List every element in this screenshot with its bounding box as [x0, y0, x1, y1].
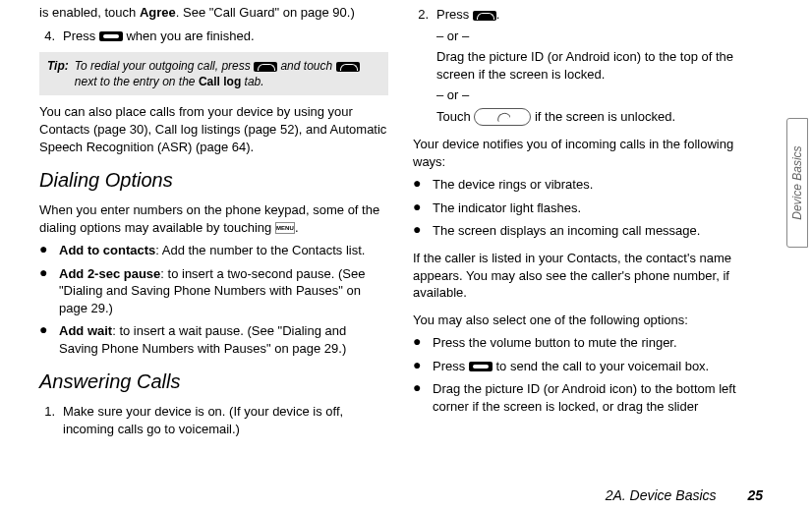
footer: 2A. Device Basics 25 — [606, 486, 763, 505]
bullet-notify-1: ●The device rings or vibrates. — [413, 176, 762, 194]
bullet-icon: ● — [413, 176, 425, 194]
text: Touch — [436, 109, 474, 124]
send-key-icon — [473, 11, 496, 21]
text: if the screen is unlocked. — [531, 109, 675, 124]
bullet-label: Add wait — [59, 323, 112, 338]
send-key-icon — [254, 62, 277, 72]
text: to send the call to your voicemail box. — [493, 359, 709, 373]
text: when you are finished. — [123, 28, 255, 43]
text: next to the entry on the — [75, 75, 199, 88]
bullet-icon: ● — [413, 334, 425, 352]
side-tab-label: Device Basics — [789, 145, 805, 219]
tip-label: Tip: — [47, 58, 69, 89]
bullet-body: Add to contacts: Add the number to the C… — [59, 242, 388, 259]
bullet-body: Press the volume button to mute the ring… — [433, 334, 762, 352]
bullet-icon: ● — [413, 199, 425, 217]
step-number: 4. — [39, 28, 55, 45]
text: tab. — [241, 75, 263, 88]
step-number: 1. — [39, 403, 55, 437]
text: . — [496, 7, 500, 22]
end-call-icon — [469, 362, 493, 371]
side-tab: Device Basics — [786, 118, 808, 248]
answer-call-icon — [474, 108, 531, 126]
bullet-add-pause: ● Add 2-sec pause: to insert a two-secon… — [39, 265, 388, 317]
text: . — [295, 220, 299, 235]
bullet-body: Press to send the call to your voicemail… — [433, 358, 762, 375]
heading-answering-calls: Answering Calls — [39, 369, 388, 395]
bullet-option-2: ●Press to send the call to your voicemai… — [413, 358, 762, 375]
paragraph: Your device notifies you of incoming cal… — [413, 136, 762, 170]
footer-section: 2A. Device Basics — [606, 487, 717, 503]
bullet-notify-2: ●The indicator light flashes. — [413, 199, 762, 217]
or-separator: – or – — [436, 28, 762, 45]
bullet-icon: ● — [39, 242, 51, 259]
text: To redial your outgoing call, press — [75, 59, 254, 73]
text: Press — [63, 28, 99, 43]
step-body: Press . – or – Drag the picture ID (or A… — [436, 6, 762, 130]
step-4: 4. Press when you are finished. — [39, 28, 388, 45]
tip-box: Tip: To redial your outgoing call, press… — [39, 52, 388, 95]
text: and touch — [277, 59, 335, 73]
text: Press — [433, 359, 469, 373]
bullet-icon: ● — [413, 358, 425, 375]
right-column: 2. Press . – or – Drag the picture ID (o… — [413, 0, 762, 444]
paragraph: You may also select one of the following… — [413, 312, 762, 329]
bullet-label: Add to contacts — [59, 243, 155, 257]
heading-dialing-options: Dialing Options — [39, 167, 388, 194]
line: Press . — [436, 6, 762, 24]
menu-icon: MENU — [275, 222, 295, 234]
bullet-icon: ● — [413, 222, 425, 240]
step-body: Press when you are finished. — [63, 28, 388, 45]
agree-label: Agree — [140, 5, 176, 20]
bullet-notify-3: ●The screen displays an incoming call me… — [413, 222, 762, 240]
bullet-body: The device rings or vibrates. — [433, 176, 762, 194]
bullet-label: Add 2-sec pause — [59, 266, 160, 281]
bullet-add-contacts: ● Add to contacts: Add the number to the… — [39, 242, 388, 259]
text: Press — [436, 7, 473, 22]
step-1: 1. Make sure your device is on. (If your… — [39, 403, 388, 437]
paragraph: If the caller is listed in your Contacts… — [413, 250, 762, 302]
bullet-body: The indicator light flashes. — [433, 199, 762, 217]
paragraph: When you enter numbers on the phone keyp… — [39, 201, 388, 236]
page-number: 25 — [747, 487, 763, 503]
paragraph: You can also place calls from your devic… — [39, 103, 388, 155]
call-icon — [336, 62, 360, 72]
bullet-icon: ● — [39, 322, 51, 357]
step-number: 2. — [413, 6, 429, 130]
bullet-icon: ● — [413, 380, 425, 415]
alternative-1: Drag the picture ID (or Android icon) to… — [436, 48, 762, 83]
bullet-icon: ● — [39, 265, 51, 317]
end-call-icon — [99, 31, 123, 41]
call-log-label: Call log — [199, 75, 241, 88]
or-separator: – or – — [436, 86, 762, 104]
bullet-body: The screen displays an incoming call mes… — [433, 222, 762, 240]
text: . See "Call Guard" on page 90.) — [176, 5, 355, 20]
left-column: is enabled, touch Agree. See "Call Guard… — [39, 0, 388, 444]
bullet-option-3: ●Drag the picture ID (or Android icon) t… — [413, 380, 762, 415]
text: is enabled, touch — [39, 5, 140, 20]
bullet-add-wait: ● Add wait: to insert a wait pause. (See… — [39, 322, 388, 357]
step-2: 2. Press . – or – Drag the picture ID (o… — [413, 6, 762, 130]
step-body: Make sure your device is on. (If your de… — [63, 403, 388, 437]
intro-fragment: is enabled, touch Agree. See "Call Guard… — [39, 4, 388, 22]
bullet-body: Add wait: to insert a wait pause. (See "… — [59, 322, 388, 357]
alternative-2: Touch if the screen is unlocked. — [436, 108, 762, 127]
text: When you enter numbers on the phone keyp… — [39, 202, 379, 235]
bullet-body: Add 2-sec pause: to insert a two-second … — [59, 265, 388, 317]
bullet-option-1: ●Press the volume button to mute the rin… — [413, 334, 762, 352]
text: : Add the number to the Contacts list. — [155, 243, 365, 257]
tip-body: To redial your outgoing call, press and … — [75, 58, 380, 89]
bullet-body: Drag the picture ID (or Android icon) to… — [433, 380, 762, 415]
